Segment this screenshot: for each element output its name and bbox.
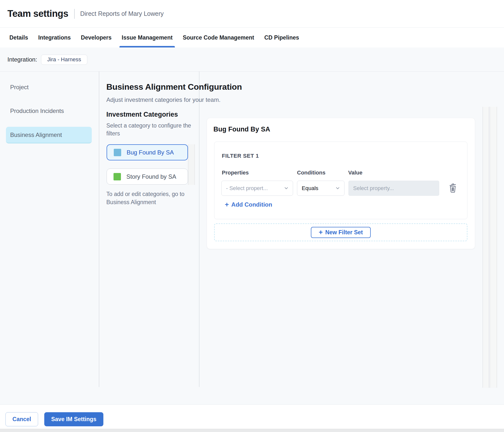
integration-chip[interactable]: Jira - Harness: [41, 55, 87, 65]
cancel-button[interactable]: Cancel: [5, 412, 38, 426]
category-color-swatch: [114, 149, 121, 156]
categories-divider: [199, 71, 199, 387]
sidebar-item-production-incidents[interactable]: Production Incidents: [6, 103, 92, 119]
delete-condition-button[interactable]: [447, 181, 459, 195]
condition-select[interactable]: Equals: [297, 181, 344, 196]
category-color-swatch: [114, 173, 121, 180]
new-filter-set-label: New Filter Set: [325, 229, 363, 236]
integration-label: Integration:: [7, 56, 37, 63]
new-filter-set-dropzone: + New Filter Set: [214, 223, 467, 241]
column-label-value: Value: [348, 170, 362, 176]
tab-details[interactable]: Details: [9, 28, 28, 47]
sidebar-divider: [99, 71, 99, 387]
page-title: Team settings: [7, 8, 68, 19]
section-title: Business Alignment Configuration: [106, 82, 242, 92]
save-im-settings-button[interactable]: Save IM Settings: [44, 412, 103, 426]
column-label-conditions: Conditions: [297, 170, 325, 176]
column-label-properties: Properties: [222, 170, 249, 176]
content-divider: [0, 71, 504, 72]
investment-categories-heading: Investment Categories: [106, 111, 178, 118]
integration-row: Integration: Jira - Harness: [7, 54, 87, 65]
team-name-subtitle: Direct Reports of Mary Lowery: [80, 10, 164, 17]
category-button-story-found-by-sa[interactable]: Story Found by SA: [107, 169, 188, 185]
footer-actionbar: Cancel Save IM Settings: [0, 404, 504, 432]
chevron-down-icon: [336, 186, 340, 190]
tab-integrations[interactable]: Integrations: [38, 28, 71, 47]
tab-cd-pipelines[interactable]: CD Pipelines: [264, 28, 299, 47]
categories-footnote: To add or edit categories, go to Busines…: [106, 190, 190, 206]
value-input[interactable]: [348, 181, 439, 196]
filter-panel-title: Bug Found By SA: [213, 126, 270, 133]
tab-issue-management[interactable]: Issue Management: [122, 28, 173, 47]
page-header: Team settings Direct Reports of Mary Low…: [0, 0, 504, 28]
window-bottom-edge: [0, 429, 504, 432]
category-list-scrollbar[interactable]: [188, 144, 195, 185]
title-divider: [74, 9, 75, 19]
filter-set-title: FILTER SET 1: [222, 153, 259, 159]
condition-select-value: Equals: [302, 185, 318, 192]
content-area: Integration: Jira - Harness Project Prod…: [0, 47, 504, 404]
tab-developers[interactable]: Developers: [81, 28, 112, 47]
section-subtitle: Adjust investment categories for your te…: [106, 96, 221, 103]
chevron-down-icon: [284, 186, 288, 190]
category-label: Story Found by SA: [126, 173, 176, 180]
plus-icon: +: [319, 229, 323, 236]
scrollbar-track-inner[interactable]: [482, 107, 489, 388]
property-select-placeholder: - Select propert...: [226, 185, 268, 192]
add-condition-button[interactable]: + Add Condition: [225, 201, 272, 208]
investment-categories-hint: Select a category to configure the filte…: [106, 122, 193, 137]
category-label: Bug Found By SA: [127, 149, 174, 156]
property-select[interactable]: - Select propert...: [221, 181, 293, 196]
scrollbar-track-outer[interactable]: [490, 107, 497, 388]
new-filter-set-button[interactable]: + New Filter Set: [311, 227, 371, 238]
team-settings-page: Team settings Direct Reports of Mary Low…: [0, 0, 504, 432]
tab-source-code-management[interactable]: Source Code Management: [183, 28, 254, 47]
filter-panel-card: Bug Found By SA FILTER SET 1 Properties …: [207, 118, 475, 249]
trash-icon: [449, 183, 457, 193]
plus-icon: +: [225, 201, 229, 208]
settings-tabbar: Details Integrations Developers Issue Ma…: [0, 28, 504, 47]
sidebar-item-project[interactable]: Project: [6, 79, 92, 95]
add-condition-label: Add Condition: [231, 201, 272, 208]
sidebar-item-business-alignment[interactable]: Business Alignment: [6, 127, 92, 143]
category-button-bug-found-by-sa[interactable]: Bug Found By SA: [107, 144, 188, 160]
filter-set-box: FILTER SET 1 Properties Conditions Value…: [214, 142, 467, 219]
